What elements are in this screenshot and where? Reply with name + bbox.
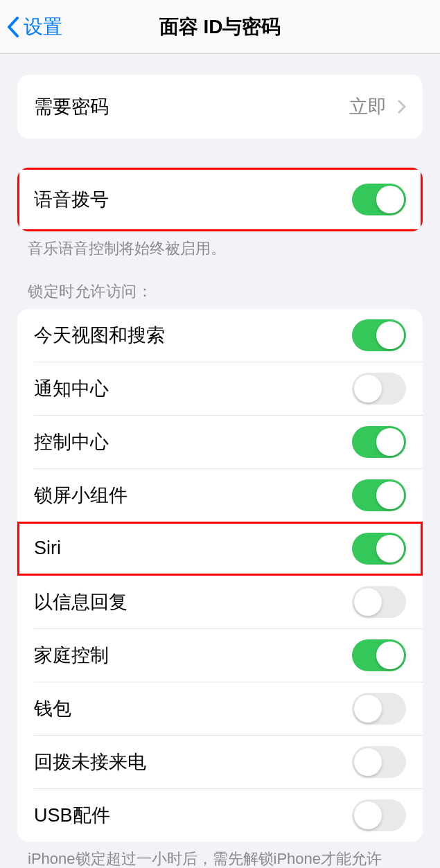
row-lock-item: 以信息回复 (17, 576, 423, 628)
row-lock-item: 今天视图和搜索 (17, 309, 423, 362)
toggle-knob (354, 748, 382, 776)
toggle-knob (354, 801, 382, 829)
row-lock-item: 锁屏小组件 (17, 469, 423, 522)
toggle-knob (376, 641, 404, 669)
page-title: 面容 ID与密码 (159, 14, 281, 40)
row-lock-item: 回拨未接来电 (17, 736, 423, 788)
content: 需要密码 立即 语音拨号 音乐语音控制将始终被启用。 锁定时允许访问： 今天视图… (0, 54, 440, 868)
voice-dial-footer: 音乐语音控制将始终被启用。 (0, 231, 440, 259)
lock-item-toggle[interactable] (352, 533, 406, 565)
lock-item-toggle[interactable] (352, 479, 406, 511)
row-voice-dial: 语音拨号 (17, 168, 423, 231)
row-lock-item: USB配件 (17, 789, 423, 842)
lock-item-toggle[interactable] (352, 639, 406, 671)
toggle-knob (376, 428, 404, 456)
lock-item-label: 通知中心 (34, 376, 109, 401)
lock-item-label: 锁屏小组件 (34, 483, 127, 508)
back-label: 设置 (24, 14, 62, 40)
back-button[interactable]: 设置 (0, 14, 62, 40)
toggle-knob (376, 535, 404, 563)
chevron-right-icon (398, 100, 406, 114)
require-passcode-value: 立即 (349, 94, 387, 119)
group-lock-access: 今天视图和搜索通知中心控制中心锁屏小组件Siri以信息回复家庭控制钱包回拨未接来… (17, 309, 423, 842)
lock-item-label: Siri (34, 538, 61, 559)
nav-header: 设置 面容 ID与密码 (0, 0, 440, 54)
lock-item-toggle[interactable] (352, 426, 406, 458)
toggle-knob (354, 375, 382, 402)
lock-item-toggle[interactable] (352, 799, 406, 831)
group-voice-dial: 语音拨号 (17, 168, 423, 231)
row-lock-item: 通知中心 (17, 362, 423, 415)
lock-item-label: 今天视图和搜索 (34, 323, 165, 348)
toggle-knob (376, 186, 404, 213)
lock-access-footer: iPhone锁定超过一小时后，需先解锁iPhone才能允许USB配件连接。 (0, 842, 440, 868)
voice-dial-label: 语音拨号 (34, 187, 109, 212)
lock-item-toggle[interactable] (352, 319, 406, 351)
toggle-knob (354, 588, 382, 616)
toggle-knob (376, 481, 404, 509)
row-lock-item: 家庭控制 (17, 629, 423, 682)
require-passcode-value-wrap: 立即 (349, 94, 406, 119)
lock-access-header: 锁定时允许访问： (0, 259, 440, 309)
lock-item-label: USB配件 (34, 803, 110, 828)
lock-item-label: 以信息回复 (34, 590, 127, 614)
toggle-knob (354, 695, 382, 723)
group-require-passcode: 需要密码 立即 (17, 75, 423, 139)
toggle-knob (376, 321, 404, 349)
row-lock-item: Siri (17, 522, 423, 575)
lock-item-label: 家庭控制 (34, 643, 109, 668)
lock-item-toggle[interactable] (352, 746, 406, 778)
row-require-passcode[interactable]: 需要密码 立即 (17, 75, 423, 139)
chevron-left-icon (7, 17, 19, 37)
lock-item-toggle[interactable] (352, 586, 406, 618)
lock-item-toggle[interactable] (352, 373, 406, 405)
require-passcode-label: 需要密码 (34, 94, 109, 119)
lock-item-label: 控制中心 (34, 429, 109, 454)
lock-item-toggle[interactable] (352, 693, 406, 725)
row-lock-item: 控制中心 (17, 416, 423, 468)
voice-dial-toggle[interactable] (352, 184, 406, 215)
row-lock-item: 钱包 (17, 682, 423, 735)
lock-item-label: 回拨未接来电 (34, 750, 146, 774)
lock-item-label: 钱包 (34, 696, 71, 721)
